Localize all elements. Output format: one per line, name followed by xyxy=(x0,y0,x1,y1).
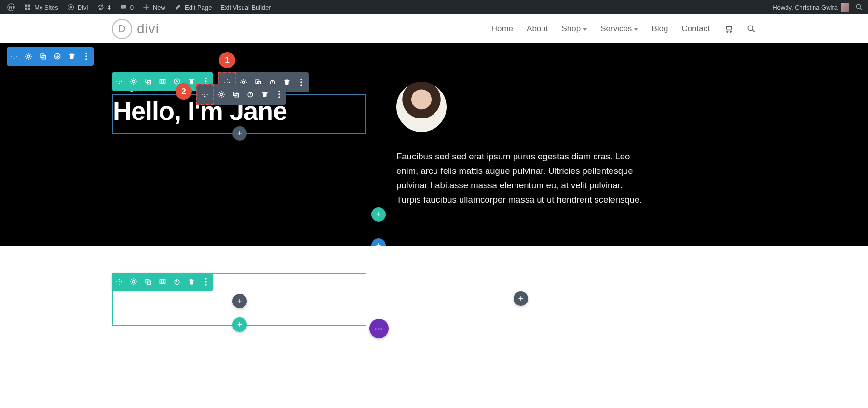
section-move-button[interactable] xyxy=(7,47,21,66)
nav-blog[interactable]: Blog xyxy=(651,24,668,34)
network-icon xyxy=(24,3,31,11)
add-column2-module-button[interactable]: + xyxy=(514,291,528,306)
svg-rect-17 xyxy=(160,79,161,83)
svg-point-30 xyxy=(300,84,302,86)
row2-toolbar xyxy=(112,273,213,291)
nav-contact[interactable]: Contact xyxy=(681,24,710,34)
user-avatar-icon xyxy=(841,3,849,12)
add-module-button[interactable]: + xyxy=(232,126,247,141)
new-link[interactable]: New xyxy=(138,0,170,14)
svg-rect-43 xyxy=(163,280,165,284)
exit-vb-label: Exit Visual Builder xyxy=(220,4,271,11)
svg-point-45 xyxy=(205,278,207,280)
row-settings-button[interactable] xyxy=(126,72,141,91)
row-columns-button[interactable] xyxy=(155,72,170,91)
svg-point-37 xyxy=(278,96,280,98)
updates-count: 4 xyxy=(108,4,111,11)
row2-more-button[interactable] xyxy=(199,273,213,291)
pencil-icon xyxy=(174,3,182,11)
row2-settings-button[interactable] xyxy=(126,273,141,291)
section-duplicate-button[interactable] xyxy=(36,47,50,66)
svg-point-7 xyxy=(27,55,30,58)
module-toolbar xyxy=(196,84,286,105)
account-link[interactable]: Howdy, Christina Gwira xyxy=(768,0,854,14)
module-move-button[interactable] xyxy=(198,86,212,103)
wp-logo[interactable] xyxy=(3,0,19,14)
row2-columns-button[interactable] xyxy=(155,273,170,291)
my-sites-label: My Sites xyxy=(34,4,58,11)
admin-search-button[interactable] xyxy=(854,0,865,14)
home-icon xyxy=(67,3,75,11)
svg-rect-42 xyxy=(162,280,163,284)
nav-shop[interactable]: Shop xyxy=(561,24,587,34)
updates-link[interactable]: 4 xyxy=(93,0,115,14)
svg-point-11 xyxy=(85,53,87,54)
site-name-label: Divi xyxy=(78,4,88,11)
add-column-module-button[interactable]: + xyxy=(232,294,247,308)
comment-icon xyxy=(120,3,127,11)
nav-home[interactable]: Home xyxy=(491,24,513,34)
section-settings-button[interactable] xyxy=(21,47,36,66)
my-sites-link[interactable]: My Sites xyxy=(19,0,63,14)
svg-point-31 xyxy=(220,93,223,96)
module-duplicate-button[interactable] xyxy=(229,85,243,104)
highlighted-move-handle xyxy=(196,84,214,105)
comments-count: 0 xyxy=(130,4,134,11)
site-name-link[interactable]: Divi xyxy=(63,0,93,14)
svg-rect-19 xyxy=(163,79,165,83)
site-header: D divi Home About Shop Services Blog Con… xyxy=(0,14,868,43)
nav-search-button[interactable] xyxy=(746,24,756,34)
avatar-image xyxy=(396,82,447,132)
svg-point-12 xyxy=(85,55,87,57)
row-move-button[interactable] xyxy=(112,72,126,91)
cart-icon xyxy=(723,24,733,34)
row2-move-button[interactable] xyxy=(112,273,126,291)
edit-page-link[interactable]: Edit Page xyxy=(170,0,216,14)
section-toolbar xyxy=(7,47,94,66)
column-more-button[interactable] xyxy=(294,73,309,92)
svg-point-46 xyxy=(205,281,207,283)
module-more-button[interactable] xyxy=(272,85,286,104)
nav-about[interactable]: About xyxy=(527,24,548,34)
svg-rect-18 xyxy=(162,79,163,83)
row2-duplicate-button[interactable] xyxy=(141,273,155,291)
svg-point-22 xyxy=(205,80,207,82)
svg-point-29 xyxy=(300,81,302,83)
wp-admin-bar: My Sites Divi 4 0 New xyxy=(0,0,868,14)
plus-icon xyxy=(142,3,150,11)
hero-section: 1 Designer @ DIVI 2 xyxy=(0,43,868,246)
svg-point-28 xyxy=(300,79,302,80)
row2-delete-button[interactable] xyxy=(184,273,199,291)
nav-services[interactable]: Services xyxy=(600,24,638,34)
add-row-button[interactable]: + xyxy=(371,207,386,222)
add-row-button-2[interactable]: + xyxy=(232,317,247,332)
module-settings-button[interactable] xyxy=(214,85,229,104)
module-power-button[interactable] xyxy=(243,85,258,104)
svg-point-38 xyxy=(133,281,135,283)
row2-save-button[interactable] xyxy=(170,273,184,291)
profile-avatar xyxy=(396,82,447,132)
chevron-down-icon xyxy=(583,28,587,31)
section-delete-button[interactable] xyxy=(65,47,79,66)
svg-point-4 xyxy=(727,31,728,33)
logo-text: divi xyxy=(137,21,159,37)
module-delete-button[interactable] xyxy=(258,85,272,104)
svg-point-2 xyxy=(69,6,72,9)
svg-point-21 xyxy=(205,78,207,79)
exit-vb-link[interactable]: Exit Visual Builder xyxy=(216,0,275,14)
update-icon xyxy=(97,3,105,11)
row-duplicate-button[interactable] xyxy=(141,72,155,91)
row-outline: + + xyxy=(112,273,366,326)
builder-settings-button[interactable]: ⋯ xyxy=(369,319,389,338)
svg-point-47 xyxy=(205,284,207,286)
section-save-button[interactable] xyxy=(50,47,65,66)
svg-point-5 xyxy=(730,31,732,33)
site-logo[interactable]: D divi xyxy=(112,19,159,39)
comments-link[interactable]: 0 xyxy=(115,0,138,14)
svg-rect-41 xyxy=(160,280,161,284)
section-more-button[interactable] xyxy=(79,47,94,66)
svg-point-6 xyxy=(748,26,753,30)
chevron-down-icon xyxy=(634,28,638,31)
cart-button[interactable] xyxy=(723,24,733,34)
main-nav: Home About Shop Services Blog Contact xyxy=(491,24,756,34)
